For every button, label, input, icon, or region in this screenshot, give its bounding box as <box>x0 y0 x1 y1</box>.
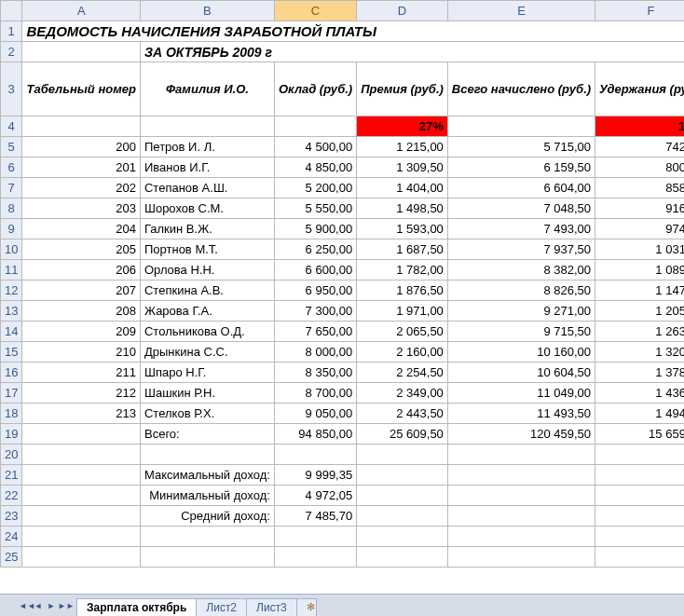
emp-name[interactable]: Дрынкина С.С. <box>140 342 274 363</box>
emp-name[interactable]: Орлова Н.Н. <box>140 260 274 281</box>
emp-name[interactable]: Шпаро Н.Г. <box>140 363 274 383</box>
emp-number[interactable]: 205 <box>22 240 141 260</box>
row-header[interactable]: 4 <box>1 116 22 137</box>
cell[interactable] <box>357 527 448 547</box>
cell[interactable] <box>22 445 141 465</box>
cell[interactable] <box>447 527 595 547</box>
salary-cell[interactable]: 8 350,00 <box>274 363 356 383</box>
row-header[interactable]: 13 <box>1 301 22 322</box>
cell[interactable] <box>447 116 595 137</box>
table-header-salary[interactable]: Оклад (руб.) <box>274 62 356 116</box>
emp-number[interactable]: 204 <box>22 219 141 240</box>
salary-cell[interactable]: 7 300,00 <box>274 301 356 322</box>
totals-total[interactable]: 120 459,50 <box>447 424 595 445</box>
stat-label[interactable]: Минимальный доход: <box>140 486 274 506</box>
bonus-cell[interactable]: 1 782,00 <box>357 260 448 281</box>
cell[interactable] <box>22 465 141 486</box>
row-header[interactable]: 9 <box>1 219 22 240</box>
totals-bonus[interactable]: 25 609,50 <box>357 424 448 445</box>
cell[interactable] <box>22 527 141 547</box>
col-header-A[interactable]: A <box>22 1 141 21</box>
total-cell[interactable]: 6 604,00 <box>447 178 595 198</box>
bonus-cell[interactable]: 2 065,50 <box>357 322 448 342</box>
row-header[interactable]: 21 <box>1 465 22 486</box>
tab-last-icon[interactable]: ►► <box>58 598 71 613</box>
totals-salary[interactable]: 94 850,00 <box>274 424 356 445</box>
salary-cell[interactable]: 8 000,00 <box>274 342 356 363</box>
cell[interactable] <box>22 42 141 62</box>
sheet-subtitle[interactable]: ЗА ОКТЯБРЬ 2009 г <box>140 42 684 62</box>
row-header[interactable]: 18 <box>1 404 22 424</box>
emp-name[interactable]: Степанов А.Ш. <box>140 178 274 198</box>
row-header[interactable]: 2 <box>1 42 22 62</box>
salary-cell[interactable]: 8 700,00 <box>274 383 356 404</box>
salary-cell[interactable]: 6 950,00 <box>274 281 356 301</box>
col-header-D[interactable]: D <box>357 1 448 21</box>
cell[interactable] <box>140 547 274 568</box>
cell[interactable] <box>357 506 448 527</box>
stat-value[interactable]: 7 485,70 <box>274 506 356 527</box>
cell[interactable] <box>274 527 356 547</box>
cell[interactable] <box>595 465 684 486</box>
cell[interactable] <box>595 506 684 527</box>
emp-number[interactable]: 207 <box>22 281 141 301</box>
cell[interactable] <box>22 506 141 527</box>
total-cell[interactable]: 8 826,50 <box>447 281 595 301</box>
emp-name[interactable]: Шорохов С.М. <box>140 198 274 219</box>
row-header[interactable]: 19 <box>1 424 22 445</box>
emp-number[interactable]: 208 <box>22 301 141 322</box>
emp-number[interactable]: 209 <box>22 322 141 342</box>
emp-name[interactable]: Степкина А.В. <box>140 281 274 301</box>
col-header-B[interactable]: B <box>140 1 274 21</box>
emp-name[interactable]: Стольникова О.Д. <box>140 322 274 342</box>
stat-value[interactable]: 9 999,35 <box>274 465 356 486</box>
bonus-percent[interactable]: 27% <box>357 116 448 137</box>
deduct-cell[interactable]: 1 147,45 <box>595 281 684 301</box>
total-cell[interactable]: 9 715,50 <box>447 322 595 342</box>
bonus-cell[interactable]: 1 876,50 <box>357 281 448 301</box>
bonus-cell[interactable]: 1 215,00 <box>357 137 448 157</box>
emp-number[interactable]: 201 <box>22 157 141 178</box>
new-sheet-button[interactable]: ✻ <box>296 598 317 616</box>
emp-number[interactable]: 211 <box>22 363 141 383</box>
col-header-C[interactable]: C <box>274 1 356 21</box>
salary-cell[interactable]: 4 500,00 <box>274 137 356 157</box>
tab-first-icon[interactable]: ◄◄ <box>19 598 32 613</box>
salary-cell[interactable]: 7 650,00 <box>274 322 356 342</box>
salary-cell[interactable]: 4 850,00 <box>274 157 356 178</box>
col-header-F[interactable]: F <box>595 1 684 21</box>
row-header[interactable]: 11 <box>1 260 22 281</box>
bonus-cell[interactable]: 2 443,50 <box>357 404 448 424</box>
row-header[interactable]: 14 <box>1 322 22 342</box>
salary-cell[interactable]: 5 900,00 <box>274 219 356 240</box>
deduct-cell[interactable]: 1 494,16 <box>595 404 684 424</box>
bonus-cell[interactable]: 2 349,00 <box>357 383 448 404</box>
cell[interactable] <box>595 527 684 547</box>
emp-number[interactable]: 203 <box>22 198 141 219</box>
tab-prev-icon[interactable]: ◄ <box>32 598 45 613</box>
row-header[interactable]: 20 <box>1 445 22 465</box>
bonus-cell[interactable]: 1 498,50 <box>357 198 448 219</box>
row-header[interactable]: 23 <box>1 506 22 527</box>
sheet-tab[interactable]: Зарплата октябрь <box>76 598 197 616</box>
cell[interactable] <box>447 547 595 568</box>
cell[interactable] <box>274 116 356 137</box>
deduct-cell[interactable]: 1 436,37 <box>595 383 684 404</box>
bonus-cell[interactable]: 2 160,00 <box>357 342 448 363</box>
emp-number[interactable]: 213 <box>22 404 141 424</box>
cell[interactable] <box>595 486 684 506</box>
emp-number[interactable]: 200 <box>22 137 141 157</box>
total-cell[interactable]: 11 493,50 <box>447 404 595 424</box>
row-header[interactable]: 22 <box>1 486 22 506</box>
bonus-cell[interactable]: 1 687,50 <box>357 240 448 260</box>
stat-label[interactable]: Максимальный доход: <box>140 465 274 486</box>
row-header[interactable]: 1 <box>1 21 22 42</box>
table-header-num[interactable]: Табельный номер <box>22 62 141 116</box>
deduct-percent[interactable]: 13% <box>595 116 684 137</box>
cell[interactable] <box>447 486 595 506</box>
cell[interactable] <box>22 547 141 568</box>
total-cell[interactable]: 6 159,50 <box>447 157 595 178</box>
bonus-cell[interactable]: 2 254,50 <box>357 363 448 383</box>
deduct-cell[interactable]: 1 089,66 <box>595 260 684 281</box>
total-cell[interactable]: 9 271,00 <box>447 301 595 322</box>
